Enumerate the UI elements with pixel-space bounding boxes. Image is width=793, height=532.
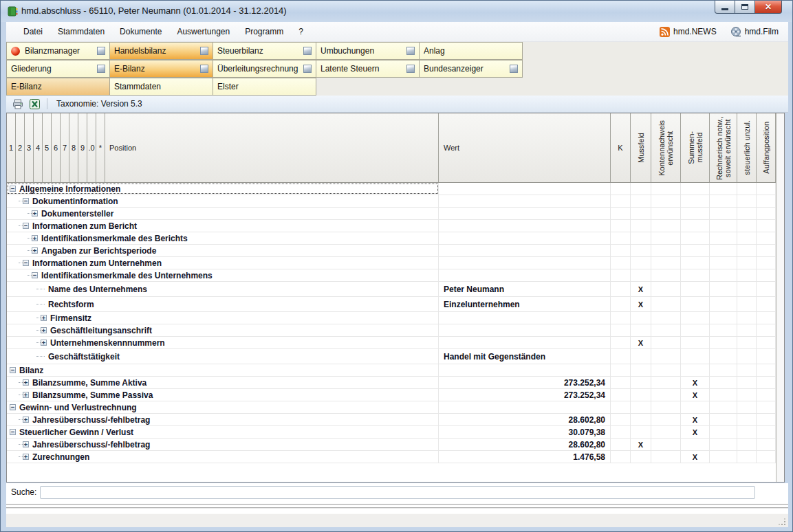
tree-expand-icon[interactable]: + xyxy=(23,441,29,447)
table-row-steuerlicher-gewinn-verlust[interactable]: −Steuerlicher Gewinn / Verlust30.079,38X xyxy=(7,426,776,439)
row-value xyxy=(439,195,611,207)
flag-cell-auffang xyxy=(757,377,776,388)
tab-anlag[interactable]: Anlag xyxy=(419,42,523,60)
tree-expand-icon[interactable]: + xyxy=(23,379,29,386)
search-input[interactable] xyxy=(40,486,755,499)
table-row-bilanz[interactable]: −Bilanz xyxy=(7,364,776,377)
menu-item-programm[interactable]: Programm xyxy=(237,24,291,39)
tab-gliederung[interactable]: Gliederung xyxy=(6,60,110,78)
tab-handelsbilanz[interactable]: Handelsbilanz xyxy=(109,42,213,60)
flag-cell-rechnerisch xyxy=(710,389,737,401)
minimize-button[interactable] xyxy=(715,1,735,14)
tab-label: Latente Steuern xyxy=(321,64,406,74)
splitter[interactable] xyxy=(6,501,788,513)
hmd-news-button[interactable]: hmd.NEWS xyxy=(660,27,717,37)
level-column-header: 2 xyxy=(16,113,25,182)
resize-grip-icon[interactable] xyxy=(779,518,786,526)
tab-umbuchungen[interactable]: Umbuchungen xyxy=(316,42,420,60)
tree-expand-icon[interactable]: + xyxy=(41,315,47,321)
menu-item-stammdaten[interactable]: Stammdaten xyxy=(50,24,112,39)
flag-cell-steuerlich xyxy=(737,269,757,281)
tab-e-bilanz[interactable]: E-Bilanz xyxy=(6,78,110,96)
table-row-geschaeftstaetigkeit[interactable]: GeschäftstätigkeitHandel mit Gegenstände… xyxy=(7,349,776,364)
vertical-scrollbar[interactable] xyxy=(776,113,784,482)
table-header: 123456789.0* Position Wert KMussfeldKont… xyxy=(7,113,776,183)
tab-stammdaten[interactable]: Stammdaten xyxy=(109,78,213,96)
tree-cell: +Angaben zur Berichtsperiode xyxy=(7,245,439,256)
tab-latente-steuern[interactable]: Latente Steuern xyxy=(316,60,420,78)
table-row-dokumentersteller[interactable]: +Dokumentersteller xyxy=(7,208,776,220)
flag-cell-steuerlich xyxy=(737,257,757,269)
tree-expand-icon[interactable]: + xyxy=(23,392,29,398)
tree-collapse-icon[interactable]: − xyxy=(10,367,16,373)
tab-steuerbilanz[interactable]: Steuerbilanz xyxy=(213,42,316,60)
menu-item-help[interactable]: ? xyxy=(291,24,311,39)
flag-cell-rechnerisch xyxy=(710,439,737,450)
status-bar xyxy=(6,513,788,527)
tree-cell: −Informationen zum Unternehmen xyxy=(7,257,439,269)
table-row-bilanzsumme-summe-aktiva[interactable]: +Bilanzsumme, Summe Aktiva273.252,34X xyxy=(7,377,776,389)
flag-cell-steuerlich xyxy=(737,245,757,256)
flag-cell-rechnerisch xyxy=(710,269,737,281)
print-button[interactable] xyxy=(12,98,24,110)
level-column-header: 3 xyxy=(25,113,34,182)
table-row-unternehmenskennnummern[interactable]: +UnternehmenskennnummernX xyxy=(7,337,776,349)
table-row-allgemeine-informationen[interactable]: −Allgemeine Informationen xyxy=(7,183,776,195)
tree-collapse-icon[interactable]: − xyxy=(32,272,38,278)
flag-cell-auffang xyxy=(757,297,776,311)
tab-bundesanzeiger[interactable]: Bundesanzeiger xyxy=(419,60,523,78)
flag-cell-steuerlich xyxy=(737,183,757,195)
tree-expand-icon[interactable]: + xyxy=(32,235,38,241)
tab-elster[interactable]: Elster xyxy=(213,78,316,96)
tree-row-label: Identifikationsmerkmale des Unternehmens xyxy=(41,271,213,280)
tree-collapse-icon[interactable]: − xyxy=(23,223,29,229)
flag-cell-auffang xyxy=(757,389,776,401)
table-row-dokumentinformation[interactable]: −Dokumentinformation xyxy=(7,195,776,208)
menu-item-dokumente[interactable]: Dokumente xyxy=(112,24,169,39)
tree-row-label: Zurechnungen xyxy=(32,452,89,462)
table-row-informationen-zum-bericht[interactable]: −Informationen zum Bericht xyxy=(7,220,776,232)
tree-collapse-icon[interactable]: − xyxy=(10,186,16,192)
close-button[interactable]: ✕ xyxy=(754,1,782,14)
table-row-jahresueberschuss-fehlbetrag[interactable]: +Jahresüberschuss/-fehlbetrag28.602,80X xyxy=(7,439,776,451)
tab-e-bilanz[interactable]: E-Bilanz xyxy=(109,60,213,78)
tree-collapse-icon[interactable]: − xyxy=(10,404,16,410)
tree-expand-icon[interactable]: + xyxy=(32,247,38,254)
flag-cell-rechnerisch xyxy=(710,183,737,195)
row-value: 273.252,34 xyxy=(439,377,611,388)
table-row-informationen-zum-unternehmen[interactable]: −Informationen zum Unternehmen xyxy=(7,257,776,269)
flag-cell-k xyxy=(611,414,631,425)
tree-collapse-icon[interactable]: − xyxy=(23,260,29,266)
tab-bilanzmanager[interactable]: Bilanzmanager xyxy=(6,42,110,60)
table-row-name-des-unternehmens[interactable]: Name des UnternehmensPeter NeumannX xyxy=(7,282,776,297)
flag-cell-k xyxy=(611,337,631,348)
flag-cell-auffang xyxy=(757,349,776,364)
menu-item-datei[interactable]: Datei xyxy=(16,24,50,39)
excel-export-button[interactable] xyxy=(29,98,41,110)
column-header-label: Auffangposition xyxy=(762,122,770,174)
tab-ueberleitungsrechnung[interactable]: Überleitungsrechnung xyxy=(213,60,316,78)
table-row-identifikationsmerkmale-des-unternehmens[interactable]: −Identifikationsmerkmale des Unternehmen… xyxy=(7,269,776,282)
tree-expand-icon[interactable]: + xyxy=(23,454,29,460)
table-row-gewinn-und-verlustrechnung[interactable]: −Gewinn- und Verlustrechnung xyxy=(7,401,776,414)
table-row-identifikationsmerkmale-des-berichts[interactable]: +Identifikationsmerkmale des Berichts xyxy=(7,232,776,245)
flag-cell-kontennachweis xyxy=(651,183,681,195)
maximize-button[interactable] xyxy=(735,1,754,14)
table-row-bilanzsumme-summe-passiva[interactable]: +Bilanzsumme, Summe Passiva273.252,34X xyxy=(7,389,776,401)
table-row-geschaeftleitungsanschrift[interactable]: +Geschäftleitungsanschrift xyxy=(7,324,776,337)
table-row-firmensitz[interactable]: +Firmensitz xyxy=(7,312,776,324)
tree-expand-icon[interactable]: + xyxy=(41,327,47,333)
tree-expand-icon[interactable]: + xyxy=(32,210,38,217)
menu-item-auswertungen[interactable]: Auswertungen xyxy=(169,24,237,39)
table-row-rechtsform[interactable]: RechtsformEinzelunternehmenX xyxy=(7,297,776,312)
tree-collapse-icon[interactable]: − xyxy=(10,429,16,435)
tree-collapse-icon[interactable]: − xyxy=(23,198,29,204)
hmd-film-button[interactable]: hmd.Film xyxy=(730,26,779,37)
table-row-jahresueberschuss-fehlbetrag[interactable]: +Jahresüberschuss/-fehlbetrag28.602,80X xyxy=(7,414,776,426)
flag-cell-k xyxy=(611,269,631,281)
tree-expand-icon[interactable]: + xyxy=(23,417,29,423)
table-row-zurechnungen[interactable]: +Zurechnungen1.476,58X xyxy=(7,451,776,463)
titlebar[interactable]: hmd.abschluss - 65110, Peter Neumann (01… xyxy=(1,1,792,22)
table-row-angaben-zur-berichtsperiode[interactable]: +Angaben zur Berichtsperiode xyxy=(7,245,776,257)
tree-expand-icon[interactable]: + xyxy=(41,340,47,346)
